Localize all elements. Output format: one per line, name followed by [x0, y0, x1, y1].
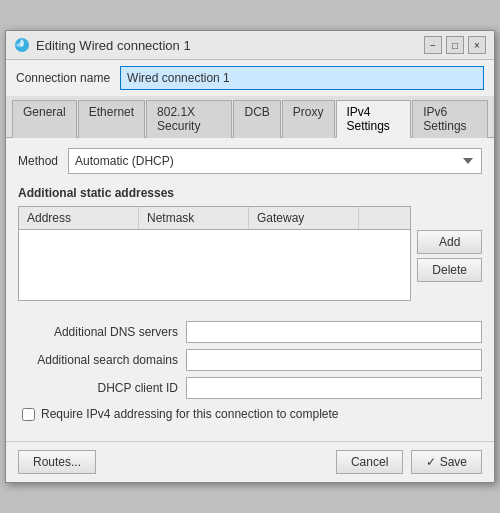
address-table-header: Address Netmask Gateway [19, 207, 410, 230]
dns-servers-row: Additional DNS servers [18, 321, 482, 343]
search-domains-input[interactable] [186, 349, 482, 371]
delete-address-button[interactable]: Delete [417, 258, 482, 282]
require-ipv4-label: Require IPv4 addressing for this connect… [41, 407, 339, 421]
save-check-icon: ✓ [426, 455, 439, 469]
routes-button[interactable]: Routes... [18, 450, 96, 474]
connection-name-row: Connection name [6, 60, 494, 96]
address-table: Address Netmask Gateway [18, 206, 411, 301]
save-label: Save [440, 455, 467, 469]
tab-ethernet[interactable]: Ethernet [78, 100, 145, 138]
method-select[interactable]: Automatic (DHCP) Manual Link-Local Only … [68, 148, 482, 174]
tab-8021x-security[interactable]: 802.1X Security [146, 100, 232, 138]
add-address-button[interactable]: Add [417, 230, 482, 254]
address-table-wrapper: Address Netmask Gateway [18, 206, 411, 311]
dns-servers-label: Additional DNS servers [18, 325, 178, 339]
col-header-address: Address [19, 207, 139, 229]
tab-proxy[interactable]: Proxy [282, 100, 335, 138]
window-title: Editing Wired connection 1 [36, 38, 191, 53]
dhcp-client-id-label: DHCP client ID [18, 381, 178, 395]
minimize-button[interactable]: − [424, 36, 442, 54]
cancel-button[interactable]: Cancel [336, 450, 403, 474]
titlebar-left: Editing Wired connection 1 [14, 37, 191, 53]
method-label: Method [18, 154, 58, 168]
dns-servers-input[interactable] [186, 321, 482, 343]
main-window: Editing Wired connection 1 − □ × Connect… [5, 30, 495, 483]
tab-ipv6-settings[interactable]: IPv6 Settings [412, 100, 488, 138]
connection-name-label: Connection name [16, 71, 110, 85]
dns-fields-section: Additional DNS servers Additional search… [18, 321, 482, 399]
static-addresses-title: Additional static addresses [18, 186, 482, 200]
address-table-with-buttons: Address Netmask Gateway Add Delete [18, 206, 482, 311]
address-table-body[interactable] [19, 230, 410, 300]
require-ipv4-checkbox[interactable] [22, 408, 35, 421]
require-ipv4-row: Require IPv4 addressing for this connect… [22, 407, 482, 421]
tab-dcb[interactable]: DCB [233, 100, 280, 138]
network-icon [14, 37, 30, 53]
maximize-button[interactable]: □ [446, 36, 464, 54]
tabs-bar: General Ethernet 802.1X Security DCB Pro… [6, 96, 494, 138]
search-domains-row: Additional search domains [18, 349, 482, 371]
static-addresses-section: Additional static addresses Address Netm… [18, 186, 482, 311]
dhcp-client-id-input[interactable] [186, 377, 482, 399]
tab-general[interactable]: General [12, 100, 77, 138]
method-row: Method Automatic (DHCP) Manual Link-Loca… [18, 148, 482, 174]
search-domains-label: Additional search domains [18, 353, 178, 367]
col-header-netmask: Netmask [139, 207, 249, 229]
connection-name-input[interactable] [120, 66, 484, 90]
tab-content: Method Automatic (DHCP) Manual Link-Loca… [6, 138, 494, 441]
titlebar-buttons: − □ × [424, 36, 486, 54]
address-side-buttons: Add Delete [417, 206, 482, 311]
titlebar: Editing Wired connection 1 − □ × [6, 31, 494, 60]
tab-ipv4-settings[interactable]: IPv4 Settings [336, 100, 412, 138]
col-header-gateway: Gateway [249, 207, 359, 229]
bottom-row: Routes... Cancel ✓ Save [6, 441, 494, 482]
save-button[interactable]: ✓ Save [411, 450, 482, 474]
dhcp-client-id-row: DHCP client ID [18, 377, 482, 399]
close-button[interactable]: × [468, 36, 486, 54]
